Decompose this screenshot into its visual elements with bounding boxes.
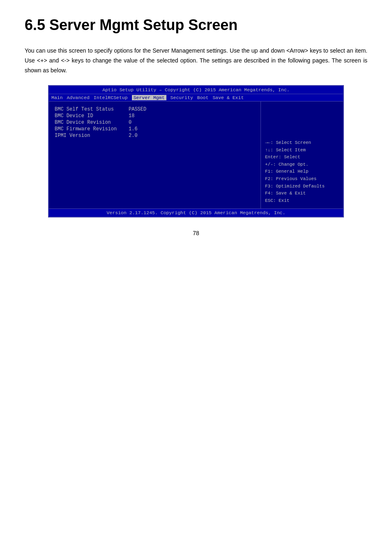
menu-item-boot[interactable]: Boot xyxy=(197,95,209,100)
bios-body: BMC Self Test Status PASSED BMC Device I… xyxy=(49,102,343,208)
table-row: BMC Self Test Status PASSED xyxy=(55,106,255,112)
table-row: BMC Device ID 18 xyxy=(55,113,255,119)
help-change-opt: +/-: Change Opt. xyxy=(265,161,339,169)
field-label-bmc-firmware-revision: BMC Firmware Revision xyxy=(55,126,129,132)
bios-title-bar: Aptio Setup Utility – Copyright (C) 2015… xyxy=(49,86,343,94)
bios-sidebar: →←: Select Screen ↑↓: Select Item Enter:… xyxy=(261,102,343,208)
help-f2: F2: Previous Values xyxy=(265,176,339,183)
page-description: You can use this screen to specify optio… xyxy=(25,46,367,75)
menu-item-security[interactable]: Security xyxy=(171,95,193,100)
menu-item-server-mgmt[interactable]: Server Mgmt xyxy=(132,95,166,100)
bios-help-panel: →←: Select Screen ↑↓: Select Item Enter:… xyxy=(265,139,339,204)
menu-item-main[interactable]: Main xyxy=(51,95,63,100)
table-row: BMC Device Revision 0 xyxy=(55,120,255,125)
menu-item-save-exit[interactable]: Save & Exit xyxy=(212,95,244,100)
page-title: 6.5 Server Mgmt Setup Screen xyxy=(25,16,367,34)
table-row: IPMI Version 2.0 xyxy=(55,133,255,139)
help-esc: ESC: Exit xyxy=(265,197,339,205)
help-f3: F3: Optimized Defaults xyxy=(265,183,339,190)
help-f1: F1: General Help xyxy=(265,168,339,176)
help-enter-select: Enter: Select xyxy=(265,154,339,161)
help-select-screen: →←: Select Screen xyxy=(265,139,339,147)
field-value-ipmi-version: 2.0 xyxy=(129,133,138,139)
field-label-bmc-self-test: BMC Self Test Status xyxy=(55,106,129,112)
field-label-bmc-device-id: BMC Device ID xyxy=(55,113,129,119)
menu-item-intelrcsetup[interactable]: IntelRCSetup xyxy=(94,95,128,100)
field-value-bmc-firmware-revision: 1.6 xyxy=(129,126,138,132)
field-value-bmc-self-test: PASSED xyxy=(129,106,146,112)
help-select-item: ↑↓: Select Item xyxy=(265,147,339,154)
field-label-bmc-device-revision: BMC Device Revision xyxy=(55,120,129,125)
field-value-bmc-device-revision: 0 xyxy=(129,120,131,125)
field-value-bmc-device-id: 18 xyxy=(129,113,134,119)
bios-menu-bar: Main Advanced IntelRCSetup Server Mgmt S… xyxy=(49,94,343,102)
bios-main-panel: BMC Self Test Status PASSED BMC Device I… xyxy=(49,102,261,208)
field-label-ipmi-version: IPMI Version xyxy=(55,133,129,139)
bios-screen: Aptio Setup Utility – Copyright (C) 2015… xyxy=(48,85,344,217)
table-row: BMC Firmware Revision 1.6 xyxy=(55,126,255,132)
bios-footer: Version 2.17.1245. Copyright (C) 2015 Am… xyxy=(49,208,343,217)
page-number: 78 xyxy=(25,230,367,236)
help-f4: F4: Save & Exit xyxy=(265,190,339,197)
menu-item-advanced[interactable]: Advanced xyxy=(67,95,90,100)
